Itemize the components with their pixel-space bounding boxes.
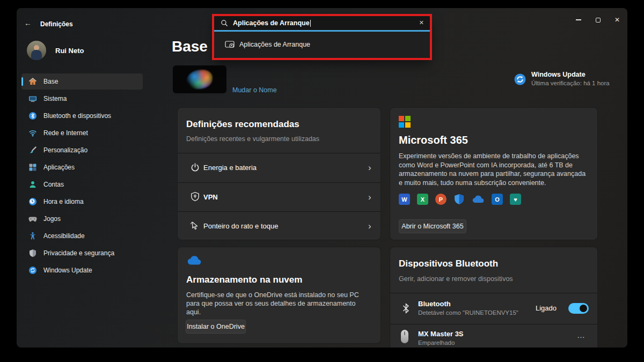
network-icon [28,129,37,137]
bluetooth-toggle[interactable] [568,303,589,314]
windows-update-icon [28,266,37,275]
family-safety-icon: ♥ [510,194,521,205]
card-title: Armazenamento na nuvem [186,275,302,285]
device-detail: Detetável como "RUINETOENVY15" [418,309,518,316]
sidebar-item-label: Contas [43,181,64,188]
row-label: Ponteiro do rato e toque [203,222,279,230]
card-subtitle: Gerir, adicionar e remover dispositivos [399,275,513,283]
rename-device-link[interactable]: Mudar o Nome [232,86,277,94]
text-caret [310,20,311,27]
paired-device-row: MX Master 3S Emparelhado … [390,324,597,348]
sidebar-item-bluetooth[interactable]: Bluetooth e dispositivos [21,108,143,124]
search-input-value: Aplicações de Arranque [233,19,310,27]
power-icon [190,162,200,173]
search-input[interactable]: Aplicações de Arranque ✕ [214,16,430,30]
clear-search-icon[interactable]: ✕ [419,19,424,26]
time-language-icon [28,197,37,206]
home-icon [28,77,37,86]
chevron-right-icon: › [368,192,371,203]
sidebar-item-label: Acessibilidade [43,232,85,240]
m365-app-icons: W X P O ♥ [399,194,521,205]
sidebar-item-acessibilidade[interactable]: Acessibilidade [21,228,143,244]
word-icon: W [399,194,410,205]
row-label: Energia e bateria [203,164,257,172]
recommended-settings-card: Definições recomendadas Definições recen… [177,107,381,240]
excel-icon: X [417,194,428,205]
sidebar-item-aplicacoes[interactable]: Aplicações [21,159,143,175]
sidebar-item-base[interactable]: Base [21,73,143,90]
sidebar-item-privacidade[interactable]: Privacidade e segurança [21,245,143,261]
row-vpn[interactable]: VPN › [178,182,380,211]
window-title: Definições [40,20,73,28]
row-energia-bateria[interactable]: Energia e bateria › [178,153,380,182]
minimize-icon [576,19,581,20]
update-status-title[interactable]: Windows Update [531,71,586,78]
sidebar-item-sistema[interactable]: Sistema [21,91,143,107]
cloud-storage-card: Armazenamento na nuvem Certifique-se de … [177,247,381,344]
microsoft-365-card: Microsoft 365 Experimente versões de amb… [390,107,598,240]
sidebar-item-jogos[interactable]: Jogos [21,211,143,227]
mouse-icon [401,330,408,343]
bluetooth-toggle-row: Bluetooth Detetável como "RUINETOENVY15"… [390,293,597,324]
minimize-button[interactable] [568,12,589,27]
defender-icon [453,194,465,205]
user-name: Rui Neto [55,47,84,55]
search-icon [221,19,228,27]
system-icon [28,94,37,103]
settings-window: ← Definições ✕ Rui Neto Base Sistema Blu… [17,8,627,348]
sidebar-item-label: Windows Update [43,267,92,274]
toggle-status-label: Ligado [536,304,557,312]
avatar[interactable] [27,41,46,60]
card-title: Dispositivos Bluetooth [399,258,498,269]
sidebar-item-label: Jogos [43,215,61,223]
chevron-right-icon: › [368,221,371,232]
windows-update-icon [514,73,526,86]
sidebar-item-label: Base [43,78,58,85]
device-name: MX Master 3S [418,330,464,338]
vpn-shield-icon [190,191,200,202]
onedrive-icon [472,194,485,205]
sidebar-item-label: Rede e Internet [43,129,88,137]
card-description: Certifique-se de que o OneDrive está ins… [186,291,371,316]
sidebar-item-windows-update[interactable]: Windows Update [21,262,143,278]
bluetooth-icon [28,112,37,120]
sidebar-item-personalizacao[interactable]: Personalização [21,142,143,158]
bluetooth-glyph-icon [402,303,409,314]
open-microsoft-365-button[interactable]: Abrir o Microsoft 365 [399,219,466,233]
device-name: Bluetooth [418,300,451,308]
close-button[interactable]: ✕ [606,12,627,27]
sidebar-item-contas[interactable]: Contas [21,176,143,193]
back-button[interactable]: ← [24,19,32,27]
onedrive-cloud-icon [186,254,203,267]
maximize-button[interactable] [587,12,609,27]
gaming-icon [28,216,37,223]
sidebar-item-label: Privacidade e segurança [43,249,114,257]
card-title: Microsoft 365 [399,134,468,146]
sidebar-item-label: Aplicações [43,164,75,171]
microsoft-logo [399,116,411,128]
suggestion-item[interactable]: Aplicações de Arranque [214,32,430,58]
powerpoint-icon: P [435,194,447,205]
sidebar-item-label: Sistema [43,95,67,102]
privacy-icon [28,249,37,257]
search-suggestions: Aplicações de Arranque [214,32,430,58]
sidebar-item-label: Hora e idioma [43,198,84,205]
sidebar-item-hora-idioma[interactable]: Hora e idioma [21,194,143,210]
startup-apps-icon [225,41,235,48]
accounts-icon [28,180,37,189]
bluetooth-devices-card: Dispositivos Bluetooth Gerir, adicionar … [390,247,598,348]
sidebar-item-label: Bluetooth e dispositivos [43,112,111,120]
sidebar-item-rede[interactable]: Rede e Internet [21,125,143,141]
device-detail: Emparelhado [418,339,455,346]
chevron-right-icon: › [368,162,371,173]
install-onedrive-button[interactable]: Instalar o OneDrive [186,320,246,334]
sidebar-item-label: Personalização [43,146,87,154]
sidebar: Base Sistema Bluetooth e dispositivos Re… [21,73,143,279]
personalization-icon [28,146,37,154]
card-description: Experimente versões de ambiente de traba… [399,152,591,187]
suggestion-label: Aplicações de Arranque [239,41,310,48]
more-options-button[interactable]: … [577,330,586,339]
apps-icon [28,163,37,172]
update-status-subtitle: Última verificação: há 1 hora [531,80,610,86]
row-ponteiro-rato[interactable]: Ponteiro do rato e toque › [178,211,380,240]
